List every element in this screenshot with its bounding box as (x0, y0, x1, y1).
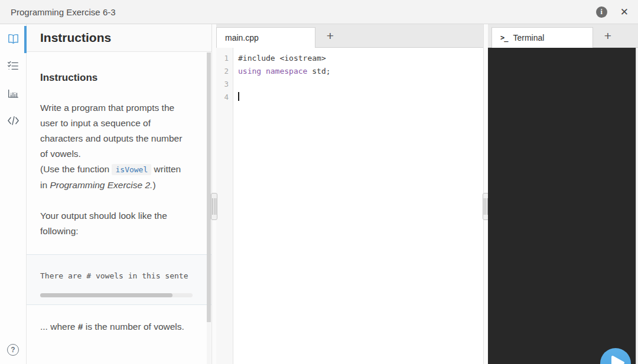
text-cursor (238, 92, 239, 101)
code-line[interactable]: 1#include <iostream> (216, 52, 483, 65)
code-line[interactable]: 2using namespace std; (216, 65, 483, 78)
instructions-panel-header: Instructions (27, 24, 211, 52)
main-content: ? Instructions Instructions Write a prog… (0, 24, 638, 364)
code-text (233, 91, 239, 104)
bar-chart-icon (6, 87, 19, 100)
programming-exercise-window: Programming Exercise 6-3 i ✕ (0, 0, 638, 364)
example-output-text: There are # vowels in this sente (40, 271, 211, 280)
sidebar-item-instructions[interactable] (0, 25, 27, 53)
line-number: 1 (216, 52, 233, 65)
tab-label: Terminal (513, 33, 544, 42)
paragraph-text: Write a program that prompts the user to… (40, 103, 182, 159)
add-file-tab-button[interactable]: + (319, 26, 341, 46)
code-icon (6, 114, 20, 127)
code-editor[interactable]: 1#include <iostream>2using namespace std… (216, 48, 483, 364)
help-icon[interactable]: ? (7, 344, 19, 356)
terminal-tabbar: >_ Terminal + (488, 24, 638, 48)
close-icon[interactable]: ✕ (620, 7, 629, 17)
sidebar-item-statistics[interactable] (0, 80, 27, 107)
window-titlebar: Programming Exercise 6-3 i ✕ (0, 0, 638, 24)
tab-main-cpp[interactable]: main.cpp (216, 27, 315, 48)
splitter-handle[interactable] (211, 193, 217, 220)
tab-terminal[interactable]: >_ Terminal (491, 27, 593, 48)
line-number: 3 (216, 78, 233, 91)
info-icon[interactable]: i (596, 6, 607, 18)
titlebar-actions: i ✕ (596, 6, 629, 18)
panel-splitter-right[interactable] (483, 24, 488, 364)
grip-lines-icon (214, 198, 214, 215)
add-terminal-tab-button[interactable]: + (597, 26, 619, 46)
line-number: 2 (216, 65, 233, 78)
play-icon (600, 347, 631, 364)
editor-panel: main.cpp + 1#include <iostream>2using na… (216, 24, 483, 364)
paragraph-text: ... where (40, 322, 78, 332)
code-line[interactable]: 3 (216, 78, 483, 91)
code-text: using namespace std; (233, 65, 331, 78)
panel-title: Instructions (40, 31, 111, 45)
instructions-paragraph-3: ... where # is the number of vowels. (40, 319, 190, 335)
instructions-content[interactable]: Instructions Write a program that prompt… (27, 52, 211, 364)
editor-tabbar: main.cpp + (216, 24, 483, 48)
example-output-block: There are # vowels in this sente (27, 254, 211, 305)
paragraph-text: is the number of vowels. (83, 322, 184, 332)
sidebar: ? (0, 24, 27, 364)
code-text: #include <iostream> (233, 52, 326, 65)
instructions-paragraph-2: Your output should look like the followi… (40, 208, 190, 239)
horizontal-scrollbar-thumb[interactable] (40, 293, 172, 297)
sidebar-item-code[interactable] (0, 107, 27, 134)
checklist-icon (6, 60, 19, 73)
panel-splitter-left[interactable] (211, 24, 216, 364)
code-line[interactable]: 4 (216, 91, 483, 104)
instructions-panel: Instructions Instructions Write a progra… (27, 24, 211, 364)
terminal-panel: >_ Terminal + (488, 24, 638, 364)
window-title: Programming Exercise 6-3 (11, 7, 116, 17)
terminal-scrollbar[interactable] (636, 48, 638, 364)
terminal-screen[interactable] (488, 48, 638, 364)
vertical-scrollbar-thumb[interactable] (207, 53, 211, 322)
open-book-icon (6, 32, 20, 46)
line-number: 4 (216, 91, 233, 104)
terminal-prompt-icon: >_ (500, 34, 507, 42)
code-lines: 1#include <iostream>2using namespace std… (216, 52, 483, 104)
example-horizontal-scrollbar[interactable] (40, 293, 193, 297)
run-button[interactable] (600, 348, 631, 364)
code-reference-chip: isVowel (112, 164, 151, 175)
tab-label: main.cpp (225, 33, 259, 42)
code-text (233, 78, 238, 91)
section-title: Instructions (40, 72, 193, 84)
instructions-vertical-scrollbar[interactable] (207, 53, 211, 364)
sidebar-item-checklist[interactable] (0, 53, 27, 80)
paragraph-text: (Use the function (40, 164, 112, 174)
grip-lines-icon (486, 198, 486, 215)
instructions-paragraph-1: Write a program that prompts the user to… (40, 100, 190, 193)
paragraph-text: ) (152, 180, 155, 190)
italic-reference: Programming Exercise 2. (50, 180, 152, 190)
